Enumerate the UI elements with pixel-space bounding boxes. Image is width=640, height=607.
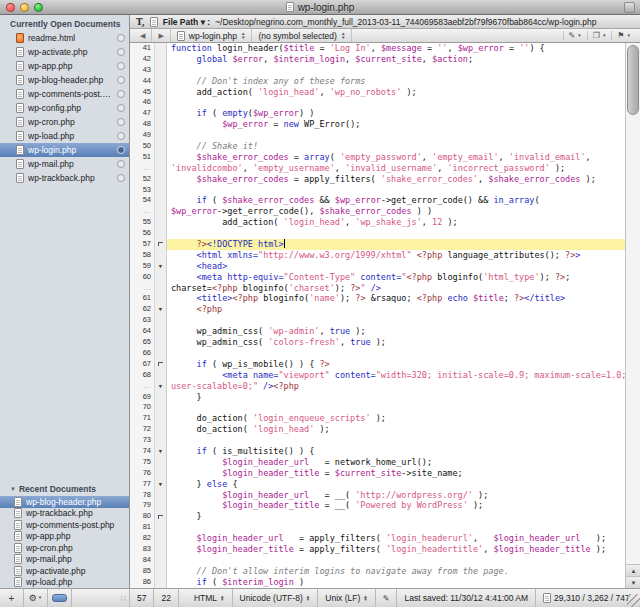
code-line[interactable]: 81 — [130, 522, 625, 533]
document-list-item[interactable]: wp-cron.php — [0, 542, 129, 554]
scrollbar-thumb[interactable] — [627, 45, 639, 115]
close-document-icon[interactable] — [117, 104, 125, 112]
markers-menu-button[interactable]: ⚑▼ — [611, 31, 636, 40]
code-line[interactable]: 77▼ } else { — [130, 479, 625, 490]
document-list-item[interactable]: wp-activate.php — [0, 565, 129, 577]
code-line[interactable]: 72 do_action( 'login_head' ); — [130, 424, 625, 435]
fold-marker-icon[interactable] — [155, 511, 167, 522]
code-editor[interactable]: 41function login_header($title = 'Log In… — [130, 43, 640, 588]
document-list-item[interactable]: wp-cron.php — [0, 115, 129, 129]
code-line[interactable]: 44 // Don't index any of these forms — [130, 76, 625, 87]
code-line[interactable]: 67 if ( wp_is_mobile() ) { ?> — [130, 359, 625, 370]
title-bar[interactable]: wp-login.php — [0, 0, 640, 15]
document-popup[interactable]: wp-login.php ▲▼ — [171, 29, 253, 42]
code-line[interactable]: 53 — [130, 185, 625, 196]
sidebar-toggle-button[interactable] — [48, 589, 72, 607]
document-list-item[interactable]: wp-app.php — [0, 59, 129, 73]
code-line[interactable]: 82 $login_header_url = apply_filters( 'l… — [130, 533, 625, 544]
text-options-icon[interactable]: T, — [136, 17, 145, 27]
close-document-icon[interactable] — [117, 62, 125, 70]
code-text-area[interactable]: 41function login_header($title = 'Log In… — [130, 43, 625, 588]
code-line[interactable]: 56 — [130, 228, 625, 239]
document-list-item[interactable]: wp-login.php — [0, 143, 129, 157]
close-document-icon[interactable] — [117, 48, 125, 56]
document-list-item[interactable]: wp-mail.php — [0, 554, 129, 566]
code-line[interactable]: 66 — [130, 348, 625, 359]
code-line[interactable]: 80 } — [130, 511, 625, 522]
document-list-item[interactable]: wp-blog-header.php — [0, 496, 129, 508]
document-list-item[interactable]: wp-activate.php — [0, 45, 129, 59]
file-path-popup[interactable]: File Path ▾ : — [163, 17, 210, 27]
code-line[interactable]: 61 <title><?php bloginfo('name'); ?> &rs… — [130, 293, 625, 304]
code-line[interactable]: 42 global $error, $interim_login, $curre… — [130, 54, 625, 65]
code-line[interactable]: …▼user-scalable=0;" /><?php — [130, 381, 625, 392]
code-line[interactable]: 76 $login_header_title = $current_site->… — [130, 468, 625, 479]
code-line[interactable]: 78 $login_header_url = __( 'http://wordp… — [130, 490, 625, 501]
code-line[interactable]: 46 — [130, 97, 625, 108]
code-line[interactable]: 50 // Shake it! — [130, 141, 625, 152]
disclosure-triangle-icon[interactable]: ▼ — [10, 486, 16, 492]
fold-marker-icon[interactable]: ▼ — [155, 304, 167, 315]
fold-marker-icon[interactable] — [155, 359, 167, 370]
fold-marker-icon[interactable]: ▼ — [155, 261, 167, 272]
code-line[interactable]: 85 // Don't allow interim logins to navi… — [130, 566, 625, 577]
code-line[interactable]: 71 do_action( 'login_enqueue_scripts' ); — [130, 413, 625, 424]
code-line[interactable]: 59▼ <head> — [130, 261, 625, 272]
document-list-item[interactable]: readme.html — [0, 31, 129, 45]
code-line[interactable]: 68 <meta name="viewport" content="width=… — [130, 370, 625, 381]
close-document-icon[interactable] — [117, 160, 125, 168]
splitter-grip[interactable]: ⁞⁞ — [121, 594, 127, 603]
close-document-icon[interactable] — [117, 174, 125, 182]
document-list-item[interactable]: wp-trackback.php — [0, 171, 129, 185]
line-endings-popup[interactable]: Unix (LF)▲▼ — [318, 589, 375, 607]
document-list-item[interactable]: wp-comments-post.php — [0, 87, 129, 101]
code-line[interactable]: 60 <meta http-equiv="Content-Type" conte… — [130, 272, 625, 283]
document-list-item[interactable]: wp-load.php — [0, 129, 129, 143]
code-line[interactable]: …$wp_error->get_error_code(), $shake_err… — [130, 206, 625, 217]
code-line[interactable]: 41function login_header($title = 'Log In… — [130, 43, 625, 54]
code-line[interactable]: 79 $login_header_title = __( 'Powered by… — [130, 500, 625, 511]
code-line[interactable]: 55 add_action( 'login_head', 'wp_shake_j… — [130, 217, 625, 228]
code-line[interactable]: 84 — [130, 555, 625, 566]
code-line[interactable]: …charset=<?php bloginfo('charset'); ?>" … — [130, 283, 625, 294]
code-line[interactable]: 69 } — [130, 392, 625, 403]
fold-marker-icon[interactable]: ▼ — [155, 479, 167, 490]
fold-marker-icon[interactable] — [155, 239, 167, 250]
code-line[interactable]: 86 if ( $interim_login ) — [130, 577, 625, 588]
code-line[interactable]: 54 if ( $shake_error_codes && $wp_error-… — [130, 195, 625, 206]
edit-menu-button[interactable]: ✎▼ — [563, 31, 587, 40]
vertical-scrollbar[interactable]: ▲ ▼ — [625, 43, 640, 588]
language-popup[interactable]: HTML▲▼ — [187, 589, 233, 607]
document-list-item[interactable]: wp-load.php — [0, 577, 129, 589]
code-line[interactable]: 47 if ( empty($wp_error) ) — [130, 108, 625, 119]
fold-marker-icon[interactable]: ▼ — [155, 381, 167, 392]
code-line[interactable]: 64 wp_admin_css( 'wp-admin', true ); — [130, 326, 625, 337]
fold-marker-icon[interactable]: ▼ — [155, 446, 167, 457]
back-button[interactable]: ◀ — [134, 29, 152, 42]
document-settings-icon[interactable] — [150, 17, 158, 27]
close-document-icon[interactable] — [117, 118, 125, 126]
documents-menu-button[interactable]: ❐▼ — [587, 31, 612, 40]
code-line[interactable]: 45 add_action( 'login_head', 'wp_no_robo… — [130, 87, 625, 98]
code-line[interactable]: 65 wp_admin_css( 'colors-fresh', true ); — [130, 337, 625, 348]
recent-documents-header[interactable]: ▼ Recent Documents — [0, 480, 129, 496]
actions-gear-button[interactable]: ⚙▼ — [24, 589, 48, 607]
scroll-up-icon[interactable]: ▲ — [626, 564, 640, 576]
document-list-item[interactable]: wp-blog-header.php — [0, 73, 129, 87]
document-list-item[interactable]: wp-config.php — [0, 101, 129, 115]
minimize-window-icon[interactable] — [20, 3, 29, 12]
document-list-item[interactable]: wp-app.php — [0, 531, 129, 543]
forward-button[interactable]: ▶ — [152, 29, 170, 42]
encoding-popup[interactable]: Unicode (UTF-8)▲▼ — [233, 589, 319, 607]
add-document-button[interactable]: + — [0, 589, 24, 607]
code-line[interactable]: 49 — [130, 130, 625, 141]
code-line[interactable]: …'invalidcombo', 'empty_username', 'inva… — [130, 163, 625, 174]
code-line[interactable]: 75 $login_header_url = network_home_url(… — [130, 457, 625, 468]
code-line[interactable]: 48 $wp_error = new WP_Error(); — [130, 119, 625, 130]
code-line[interactable]: 63 — [130, 315, 625, 326]
zoom-window-icon[interactable] — [34, 3, 43, 12]
close-document-icon[interactable] — [117, 146, 125, 154]
close-document-icon[interactable] — [117, 34, 125, 42]
edit-lock-button[interactable]: ✎ — [376, 589, 398, 607]
document-list-item[interactable]: wp-comments-post.php — [0, 519, 129, 531]
